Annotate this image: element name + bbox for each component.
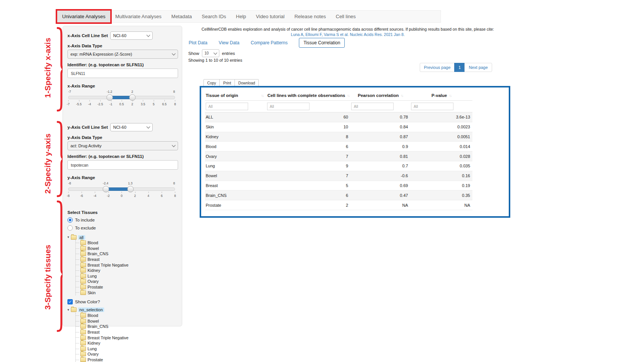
to-exclude-option[interactable]: To exclude xyxy=(67,225,177,231)
tree-item-prostate[interactable]: Prostate xyxy=(76,284,177,290)
y-slider-track[interactable] xyxy=(68,187,175,191)
slider-tick-label: -4 xyxy=(88,102,91,106)
y-axis-range-slider: -8 -2.4 1.3 8 -8-6-4-202468 xyxy=(68,181,175,201)
show-entries-prefix: Show xyxy=(188,51,199,56)
control-sidebar: x-Axis Cell Line Set NCI-60 x-Axis Data … xyxy=(63,26,182,326)
table-row[interactable]: Prostate2NANA xyxy=(205,200,472,210)
tree-item-bowel[interactable]: Bowel xyxy=(76,318,177,324)
filter-cell xyxy=(266,103,350,110)
tree-root-no-selection[interactable]: ▾ no_selection xyxy=(67,307,177,313)
y-axis-identifier-input[interactable] xyxy=(67,160,178,170)
tree-root-label[interactable]: no_selection xyxy=(78,307,105,312)
tree-item-brain-cns[interactable]: Brain_CNS xyxy=(76,251,177,257)
column-filter-input-cell-lines-with-complete-observations[interactable] xyxy=(267,103,309,110)
y-axis-cell-line-set-label: y-Axis Cell Line Set xyxy=(67,125,108,130)
tab-plot-data[interactable]: Plot Data xyxy=(189,40,207,45)
nav-item-univariate-analyses[interactable]: Univariate Analyses xyxy=(57,11,110,22)
x-axis-identifier-input[interactable] xyxy=(67,69,178,78)
table-row[interactable]: Ovary70.810.028 xyxy=(205,151,472,161)
table-row[interactable]: Brain_CNS60.470.35 xyxy=(205,190,472,200)
column-header-tissue-of-origin[interactable]: Tissue of origin↑↓ xyxy=(205,93,266,98)
tissue-include-tree: ▾ all BloodBowelBrain_CNSBreastBreast Tr… xyxy=(67,234,177,295)
nav-item-release-notes[interactable]: Release notes xyxy=(289,11,331,22)
nav-item-video-tutorial[interactable]: Video tutorial xyxy=(251,11,290,22)
column-header-p-value[interactable]: P-value↑↓ xyxy=(410,93,472,98)
show-color-option[interactable]: Show Color? xyxy=(67,299,177,304)
tree-item-blood[interactable]: Blood xyxy=(76,240,177,246)
annotation-step1-label: 1-Specify x-axis xyxy=(43,26,52,109)
tree-item-ovary[interactable]: Ovary xyxy=(76,279,177,284)
column-header-cell-lines-with-complete-observations[interactable]: Cell lines with complete observations↑↓ xyxy=(266,93,350,98)
slider-tick-label: 8 xyxy=(174,102,176,106)
tree-item-kidney[interactable]: Kidney xyxy=(76,340,177,346)
slider-tick-label: -6 xyxy=(80,194,83,198)
tissue-color-tree: ▾ no_selection BloodBowelBrain_CNSBreast… xyxy=(67,307,177,362)
column-filter-input-pearson-correlation[interactable] xyxy=(351,103,394,110)
x-axis-cell-line-set-select[interactable]: NCI-60 xyxy=(110,31,153,40)
y-axis-data-type-select[interactable]: act: Drug Activity xyxy=(67,141,178,150)
tree-item-lung[interactable]: Lung xyxy=(76,346,177,352)
next-page-button[interactable]: Next page xyxy=(464,63,492,72)
tree-root-all[interactable]: ▾ all xyxy=(67,234,177,240)
citation-reference-link[interactable]: Luna A, Elloumi F, Varma S et al. Nuclei… xyxy=(185,32,511,37)
tab-tissue-correlation[interactable]: Tissue Correlation xyxy=(299,38,345,48)
to-include-radio[interactable] xyxy=(67,217,73,223)
page-1-button[interactable]: 1 xyxy=(454,63,465,72)
tree-item-kidney[interactable]: Kidney xyxy=(76,268,177,273)
table-row[interactable]: Blood60.90.014 xyxy=(205,142,472,151)
tree-item-label: Bowel xyxy=(88,319,99,323)
tree-item-breast[interactable]: Breast xyxy=(76,329,177,335)
tree-item-breast[interactable]: Breast xyxy=(76,257,177,262)
table-row[interactable]: Lung90.70.035 xyxy=(205,161,472,171)
table-row[interactable]: ALL600.783.6e-13 xyxy=(205,112,472,122)
tree-item-bowel[interactable]: Bowel xyxy=(76,246,177,251)
tree-item-skin[interactable]: Skin xyxy=(76,290,177,295)
table-body: ALL600.783.6e-13Skin100.840.0023Kidney80… xyxy=(205,112,472,210)
tree-item-label: Blood xyxy=(88,240,98,245)
column-filter-input-p-value[interactable] xyxy=(411,103,453,110)
column-filter-input-tissue-of-origin[interactable] xyxy=(206,103,248,110)
previous-page-button[interactable]: Previous page xyxy=(420,63,455,72)
cell: Blood xyxy=(205,144,266,149)
nav-item-metadata[interactable]: Metadata xyxy=(166,11,197,22)
cell: Ovary xyxy=(205,154,266,159)
table-row[interactable]: Breast50.690.19 xyxy=(205,181,472,191)
cell: 0.78 xyxy=(350,115,410,119)
x-axis-range-label: x-Axis Range xyxy=(67,84,177,88)
tab-view-data[interactable]: View Data xyxy=(219,40,239,45)
tree-item-brain-cns[interactable]: Brain_CNS xyxy=(76,324,177,329)
tree-root-label[interactable]: all xyxy=(78,235,85,240)
show-color-checkbox[interactable] xyxy=(67,299,73,304)
tree-item-lung[interactable]: Lung xyxy=(76,273,177,279)
table-row[interactable]: Skin100.840.0023 xyxy=(205,122,472,132)
entries-count-select[interactable]: 10 xyxy=(202,49,219,57)
folder-icon xyxy=(80,341,86,345)
sort-icon[interactable]: ↑↓ xyxy=(261,94,263,98)
tree-item-breast-triple-negative[interactable]: Breast Triple Negative xyxy=(76,262,177,268)
table-row[interactable]: Kidney80.870.0051 xyxy=(205,132,472,142)
folder-icon xyxy=(80,357,86,362)
annotation-step3-label: 3-Specify tissues xyxy=(43,236,52,319)
tree-item-ovary[interactable]: Ovary xyxy=(76,351,177,357)
nav-item-cell-lines[interactable]: Cell lines xyxy=(331,11,361,22)
tree-expand-icon[interactable]: ▾ xyxy=(67,308,69,312)
table-row[interactable]: Bowel7-0.60.16 xyxy=(205,171,472,181)
tree-item-blood[interactable]: Blood xyxy=(76,313,177,318)
tab-compare-patterns[interactable]: Compare Patterns xyxy=(251,40,288,45)
nav-item-help[interactable]: Help xyxy=(231,11,251,22)
sort-icon[interactable]: ↑↓ xyxy=(449,94,451,98)
nav-item-multivariate-analyses[interactable]: Multivariate Analyses xyxy=(110,11,166,22)
tree-item-breast-triple-negative[interactable]: Breast Triple Negative xyxy=(76,335,177,340)
sort-icon[interactable]: ↑↓ xyxy=(347,94,349,98)
x-axis-data-type-select[interactable]: exp: mRNA Expression (Z-Score) xyxy=(67,50,178,59)
nav-item-search-ids[interactable]: Search IDs xyxy=(197,11,231,22)
x-slider-track[interactable] xyxy=(68,96,175,99)
sort-icon[interactable]: ↑↓ xyxy=(401,94,403,98)
to-include-option[interactable]: To include xyxy=(67,217,177,223)
tree-item-prostate[interactable]: Prostate xyxy=(76,357,177,362)
y-axis-cell-line-set-select[interactable]: NCI-60 xyxy=(110,123,153,131)
column-header-pearson-correlation[interactable]: Pearson correlation↑↓ xyxy=(350,93,410,98)
cell: 0.0023 xyxy=(410,125,472,129)
to-exclude-radio[interactable] xyxy=(67,225,73,231)
tree-expand-icon[interactable]: ▾ xyxy=(67,236,69,239)
